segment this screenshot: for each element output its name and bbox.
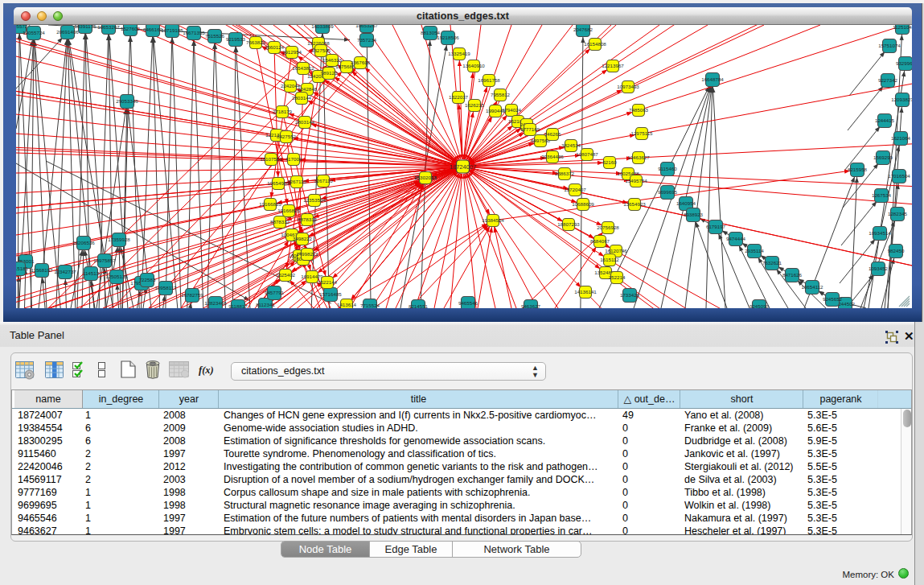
svg-text:1640954: 1640954	[676, 200, 696, 206]
svg-text:9115460: 9115460	[658, 166, 677, 171]
svg-text:9329966: 9329966	[896, 60, 912, 66]
svg-text:19384554: 19384554	[482, 217, 504, 223]
svg-text:9227342: 9227342	[878, 77, 898, 83]
svg-text:9474444: 9474444	[726, 236, 746, 241]
svg-text:1244415: 1244415	[875, 117, 895, 123]
svg-text:10653267: 10653267	[97, 25, 120, 30]
svg-text:7632621: 7632621	[762, 260, 782, 266]
svg-text:9245093: 9245093	[749, 303, 770, 308]
svg-text:8684067: 8684067	[590, 238, 610, 244]
svg-text:12823466: 12823466	[204, 300, 227, 306]
svg-text:16671355: 16671355	[183, 30, 205, 35]
svg-text:20756928: 20756928	[597, 225, 619, 230]
svg-text:114513: 114513	[83, 270, 100, 276]
svg-text:7515526: 7515526	[205, 33, 225, 39]
svg-text:19166825: 19166825	[277, 208, 300, 213]
svg-text:2935114: 2935114	[745, 248, 764, 253]
svg-text:17016504: 17016504	[888, 173, 910, 179]
svg-text:9463627: 9463627	[521, 303, 541, 308]
svg-text:10973493: 10973493	[617, 84, 639, 89]
svg-text:16648784: 16648784	[701, 76, 724, 82]
svg-text:13325419: 13325419	[448, 51, 470, 56]
svg-text:2047682: 2047682	[573, 27, 593, 32]
svg-text:3912954: 3912954	[282, 49, 302, 55]
svg-text:10719185: 10719185	[161, 27, 183, 33]
svg-text:29053346: 29053346	[116, 98, 138, 104]
svg-text:16914479: 16914479	[301, 274, 323, 279]
svg-text:7357234: 7357234	[357, 37, 377, 43]
svg-text:1621064: 1621064	[891, 135, 911, 141]
svg-text:10688609: 10688609	[572, 201, 594, 207]
svg-text:2803144: 2803144	[295, 119, 315, 125]
svg-text:722583: 722583	[139, 277, 156, 282]
svg-text:10934514: 10934514	[869, 230, 891, 236]
svg-text:18391175: 18391175	[74, 25, 97, 29]
svg-text:8878332: 8878332	[298, 216, 318, 222]
svg-text:12975115: 12975115	[630, 130, 653, 136]
svg-text:18807293: 18807293	[557, 221, 580, 227]
svg-text:12213967: 12213967	[602, 63, 624, 68]
svg-text:10958117: 10958117	[154, 285, 177, 290]
svg-text:2367608: 2367608	[351, 60, 371, 65]
svg-text:12505135: 12505135	[105, 274, 128, 279]
svg-text:16033809: 16033809	[311, 25, 334, 29]
svg-text:19166825: 19166825	[259, 201, 281, 207]
svg-text:1282345: 1282345	[888, 211, 908, 216]
svg-text:16120746: 16120746	[605, 248, 627, 253]
svg-text:1125104: 1125104	[893, 25, 912, 30]
svg-text:14055724: 14055724	[23, 30, 45, 35]
svg-text:1626215: 1626215	[465, 102, 485, 108]
svg-text:10654112: 10654112	[801, 284, 823, 290]
svg-text:2718179: 2718179	[273, 109, 293, 114]
svg-text:20206536: 20206536	[72, 240, 95, 245]
svg-text:16782759: 16782759	[181, 292, 203, 298]
svg-text:62160: 62160	[602, 159, 617, 165]
svg-text:25302013: 25302013	[414, 175, 437, 180]
svg-text:6794024: 6794024	[502, 107, 522, 113]
svg-text:1322037: 1322037	[449, 94, 469, 100]
svg-text:13495754: 13495754	[625, 178, 647, 183]
svg-text:2915181: 2915181	[16, 266, 29, 271]
svg-text:3267110: 3267110	[287, 179, 306, 184]
svg-text:9118817: 9118817	[228, 303, 248, 308]
svg-text:14136141: 14136141	[574, 289, 597, 295]
svg-text:13640910: 13640910	[462, 63, 485, 68]
svg-text:9699695: 9699695	[658, 189, 678, 195]
svg-text:3267110: 3267110	[314, 178, 333, 183]
svg-text:13654923: 13654923	[623, 201, 646, 207]
svg-text:1527602: 1527602	[121, 26, 141, 31]
svg-text:989123: 989123	[321, 70, 338, 76]
svg-text:3660124: 3660124	[265, 44, 285, 50]
svg-text:8427552: 8427552	[277, 134, 297, 139]
svg-text:252214: 252214	[609, 274, 626, 280]
svg-text:15751074: 15751074	[878, 43, 901, 48]
svg-text:8215958: 8215958	[848, 167, 868, 172]
svg-text:417004: 417004	[285, 156, 302, 162]
svg-text:9465546: 9465546	[458, 300, 478, 306]
svg-text:1733426: 1733426	[620, 292, 640, 298]
svg-text:2522144: 2522144	[318, 279, 338, 285]
svg-text:8214551: 8214551	[409, 303, 429, 308]
svg-text:2386372: 2386372	[555, 171, 575, 176]
svg-text:9245652: 9245652	[823, 296, 843, 302]
svg-text:8242848: 8242848	[298, 86, 318, 92]
svg-text:16154808: 16154808	[584, 41, 606, 47]
svg-text:746266: 746266	[544, 131, 561, 137]
svg-text:16961758: 16961758	[478, 77, 500, 83]
svg-text:17359928: 17359928	[108, 237, 130, 242]
svg-text:15716485: 15716485	[319, 291, 342, 297]
svg-text:1413614: 1413614	[337, 302, 357, 307]
svg-text:8471626: 8471626	[782, 272, 803, 278]
svg-text:18724007: 18724007	[450, 163, 476, 171]
svg-text:11568197: 11568197	[31, 267, 53, 273]
svg-text:15720407: 15720407	[564, 187, 586, 192]
svg-text:7715524: 7715524	[360, 303, 380, 308]
svg-text:10807487: 10807487	[576, 151, 598, 157]
svg-text:16543812: 16543812	[292, 65, 314, 71]
svg-text:8938923: 8938923	[684, 212, 704, 217]
svg-text:20364436: 20364436	[541, 154, 564, 159]
svg-text:1093452: 1093452	[869, 266, 889, 271]
svg-text:6466160: 6466160	[143, 27, 163, 32]
svg-text:19218506: 19218506	[437, 35, 459, 40]
svg-text:3498222: 3498222	[293, 236, 313, 241]
